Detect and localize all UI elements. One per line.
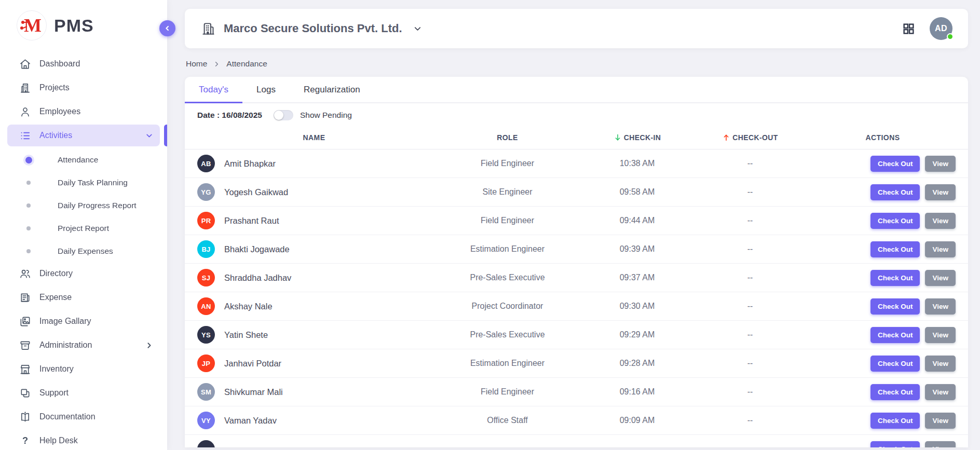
table-row: VYVaman YadavOffice Staff09:09 AM--Check… <box>185 406 968 435</box>
user-avatar[interactable]: AD <box>930 17 952 40</box>
sidebar-item-expense[interactable]: Expense <box>7 287 160 308</box>
column-header-name: NAME <box>197 133 431 142</box>
sidebar-subitem-project-report[interactable]: Project Report <box>7 217 160 240</box>
check-out-button[interactable]: Check Out <box>870 384 920 400</box>
sidebar: M PMS DashboardProjectsEmployeesActiviti… <box>0 0 167 450</box>
show-pending-toggle[interactable] <box>274 110 293 120</box>
app-logo: M PMS <box>0 0 167 40</box>
check-out-cell: -- <box>690 359 810 368</box>
sidebar-subitem-attendance[interactable]: Attendance <box>7 148 160 171</box>
sidebar-subitem-label: Daily Expenses <box>58 247 113 256</box>
actions-cell: Check OutView <box>810 241 956 257</box>
sidebar-item-projects[interactable]: Projects <box>7 77 160 99</box>
sort-arrow-up-icon <box>722 133 730 142</box>
check-out-button[interactable]: Check Out <box>870 441 920 448</box>
sidebar-subitem-daily-task-planning[interactable]: Daily Task Planning <box>7 171 160 194</box>
sidebar-item-dashboard[interactable]: Dashboard <box>7 53 160 75</box>
actions-cell: Check OutView <box>810 413 956 429</box>
view-button[interactable]: View <box>925 356 956 372</box>
view-button[interactable]: View <box>925 213 956 229</box>
column-header-check-out[interactable]: CHECK-OUT <box>690 133 810 142</box>
bullet-dot <box>25 157 32 163</box>
view-button[interactable]: View <box>925 413 956 429</box>
tabs-bar: Today'sLogsRegularization <box>185 77 968 103</box>
sidebar-item-inventory[interactable]: Inventory <box>7 358 160 380</box>
app-name: PMS <box>54 16 94 36</box>
sidebar-item-label: Dashboard <box>39 59 80 69</box>
check-in-cell: 09:16 AM <box>584 387 690 397</box>
sidebar-item-image-gallary[interactable]: Image Gallary <box>7 310 160 332</box>
bullet-icon <box>25 156 32 163</box>
column-header-label: ROLE <box>497 133 518 142</box>
sidebar-subitem-daily-expenses[interactable]: Daily Expenses <box>7 240 160 263</box>
check-out-button[interactable]: Check Out <box>870 184 920 200</box>
view-button[interactable]: View <box>925 270 956 286</box>
employees-icon <box>19 105 31 118</box>
actions-cell: Check OutView <box>810 327 956 343</box>
name-cell: BJBhakti Jogawade <box>197 240 431 258</box>
employee-name: Amit Bhapkar <box>224 159 276 169</box>
view-button[interactable]: View <box>925 298 956 315</box>
chevron-right-icon <box>145 341 154 350</box>
table-row: SMShivkumar MaliField Engineer09:16 AM--… <box>185 378 968 406</box>
sidebar-item-help-desk[interactable]: ?Help Desk <box>7 430 160 450</box>
view-button[interactable]: View <box>925 184 956 200</box>
role-cell: Estimation Engineer <box>431 359 584 368</box>
name-cell: YSYatin Shete <box>197 326 431 344</box>
administration-icon <box>19 339 31 351</box>
check-out-button[interactable]: Check Out <box>870 213 920 229</box>
check-out-button[interactable]: Check Out <box>870 241 920 257</box>
employee-name: Vaman Yadav <box>224 416 277 426</box>
sidebar-item-documentation[interactable]: Documentation <box>7 406 160 428</box>
sidebar-item-support[interactable]: Support <box>7 382 160 404</box>
check-in-cell: 09:39 AM <box>584 244 690 254</box>
building-icon <box>201 22 215 36</box>
sidebar-item-employees[interactable]: Employees <box>7 101 160 122</box>
actions-cell: Check OutView <box>810 441 956 448</box>
avatar: AB <box>197 155 215 172</box>
breadcrumb-item-home[interactable]: Home <box>186 59 207 69</box>
apps-grid-icon[interactable] <box>902 22 915 35</box>
check-in-cell: 09:58 AM <box>584 187 690 197</box>
column-header-label: CHECK-IN <box>624 133 661 142</box>
sidebar-item-activities[interactable]: Activities <box>7 125 160 146</box>
role-cell: Field Engineer <box>431 216 584 225</box>
sidebar-collapse-button[interactable] <box>159 20 175 36</box>
check-out-button[interactable]: Check Out <box>870 327 920 343</box>
chevron-down-icon <box>413 24 423 34</box>
actions-cell: Check OutView <box>810 384 956 400</box>
sidebar-item-label: Support <box>39 388 69 398</box>
table-row: ABAmit BhapkarField Engineer10:38 AM--Ch… <box>185 149 968 178</box>
view-button[interactable]: View <box>925 384 956 400</box>
tab-regularization[interactable]: Regularization <box>290 77 374 102</box>
actions-cell: Check OutView <box>810 184 956 200</box>
check-out-button[interactable]: Check Out <box>870 356 920 372</box>
tab-today-s[interactable]: Today's <box>185 77 242 102</box>
view-button[interactable]: View <box>925 441 956 448</box>
column-header-check-in[interactable]: CHECK-IN <box>584 133 690 142</box>
sort-arrow-down-icon <box>614 133 622 142</box>
sidebar-item-label: Employees <box>39 107 80 116</box>
table-row: ANAkshay NaleProject Coordinator09:30 AM… <box>185 292 968 321</box>
toggle-knob <box>274 111 283 120</box>
view-button[interactable]: View <box>925 241 956 257</box>
sidebar-item-label: Expense <box>39 293 72 302</box>
check-out-button[interactable]: Check Out <box>870 298 920 315</box>
name-cell: SJShraddha Jadhav <box>197 269 431 287</box>
view-button[interactable]: View <box>925 156 956 172</box>
sidebar-subitem-label: Daily Task Planning <box>58 178 128 187</box>
check-out-cell: -- <box>690 187 810 197</box>
check-out-button[interactable]: Check Out <box>870 156 920 172</box>
sidebar-item-label: Inventory <box>39 364 74 374</box>
sidebar-item-administration[interactable]: Administration <box>7 334 160 356</box>
check-in-cell: 09:09 AM <box>584 416 690 425</box>
check-out-button[interactable]: Check Out <box>870 413 920 429</box>
sidebar-subitem-daily-progress-report[interactable]: Daily Progress Report <box>7 194 160 217</box>
activities-icon <box>19 129 31 142</box>
tab-logs[interactable]: Logs <box>242 77 290 102</box>
check-out-button[interactable]: Check Out <box>870 270 920 286</box>
sidebar-item-directory[interactable]: Directory <box>7 263 160 284</box>
company-selector[interactable]: Marco Secure Solutions Pvt. Ltd. <box>201 22 423 36</box>
column-header-label: CHECK-OUT <box>732 133 778 142</box>
view-button[interactable]: View <box>925 327 956 343</box>
